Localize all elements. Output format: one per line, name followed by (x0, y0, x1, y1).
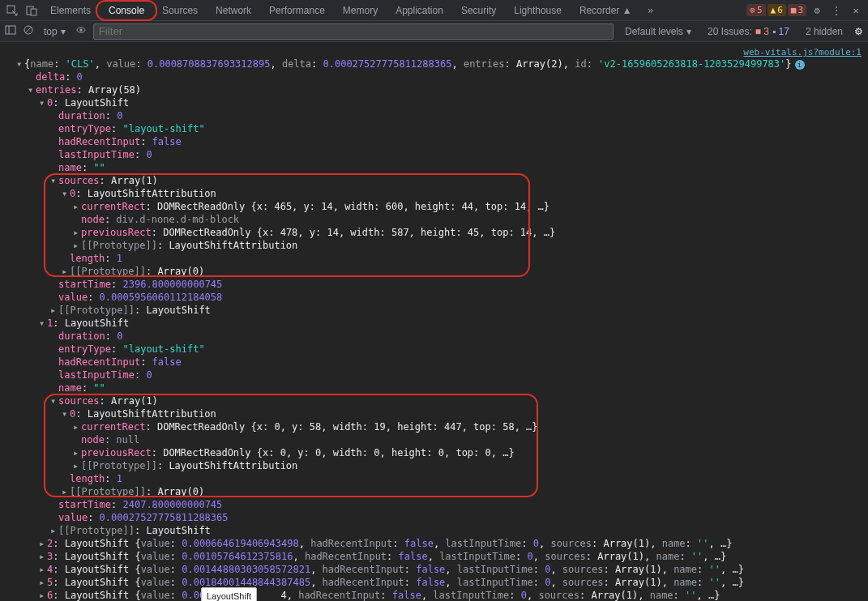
expand-arrow-icon[interactable] (16, 58, 24, 70)
tree-row[interactable]: name: "" (16, 381, 868, 394)
tree-row[interactable]: previousRect: DOMRectReadOnly {x: 478, y… (16, 226, 868, 239)
tab-recorder[interactable]: Recorder ▲ (571, 2, 640, 19)
context-selector[interactable]: top ▾ (41, 26, 69, 37)
tab-console[interactable]: Console (100, 2, 152, 19)
tree-row[interactable]: lastInputTime: 0 (16, 369, 868, 381)
source-link[interactable]: web-vitals.js?module:1 (0, 45, 868, 58)
filter-input[interactable] (93, 23, 614, 40)
expand-arrow-icon[interactable] (62, 187, 70, 200)
tree-row[interactable]: 0: LayoutShift (16, 96, 868, 109)
tree-row[interactable]: node: null (16, 433, 868, 446)
expand-arrow-icon[interactable] (62, 485, 70, 498)
sidebar-toggle-icon[interactable] (5, 24, 16, 38)
tree-row[interactable]: [[Prototype]]: Array(0) (16, 265, 868, 278)
tree-row[interactable]: startTime: 2396.800000000745 (16, 278, 868, 291)
expand-arrow-icon[interactable] (73, 239, 81, 252)
svg-rect-2 (31, 9, 36, 15)
error-count-badge[interactable]: ⊗ 5 (746, 4, 765, 16)
info-icon[interactable]: i (795, 60, 805, 70)
issues-dropdown[interactable]: 20 Issues: ■ 3 ▪ 17 (703, 26, 794, 37)
tab-network[interactable]: Network (207, 2, 259, 19)
expand-arrow-icon[interactable] (73, 420, 81, 433)
tree-row[interactable]: 3: LayoutShift {value: 0.001057646123758… (16, 550, 868, 563)
tree-row[interactable]: value: 0.00027527775811288365 (16, 511, 868, 524)
tree-row[interactable]: sources: Array(1) (16, 394, 868, 407)
expand-arrow-icon[interactable] (62, 407, 70, 420)
tab-elements[interactable]: Elements (42, 2, 99, 19)
svg-rect-3 (6, 26, 15, 34)
tree-row[interactable]: 5: LayoutShift {value: 0.001840014488443… (16, 576, 868, 589)
devtools-tabbar: Elements Console Sources Network Perform… (0, 0, 868, 21)
expand-arrow-icon[interactable] (39, 563, 47, 576)
tree-row[interactable]: entryType: "layout-shift" (16, 122, 868, 135)
expand-arrow-icon[interactable] (50, 524, 58, 537)
device-toggle-icon[interactable] (23, 2, 41, 19)
more-tabs-icon[interactable]: » (642, 2, 660, 19)
tree-row[interactable]: sources: Array(1) (16, 174, 868, 187)
live-expression-icon[interactable] (75, 24, 87, 38)
expand-arrow-icon[interactable] (39, 550, 47, 563)
tree-row[interactable]: duration: 0 (16, 109, 868, 122)
inspect-icon[interactable] (3, 2, 21, 19)
tree-row[interactable]: duration: 0 (16, 330, 868, 343)
tree-row[interactable]: entries: Array(58) (16, 83, 868, 96)
tree-row[interactable]: 0: LayoutShiftAttribution (16, 407, 868, 420)
tab-performance[interactable]: Performance (261, 2, 333, 19)
tab-application[interactable]: Application (387, 2, 451, 19)
tree-row[interactable]: [[Prototype]]: LayoutShiftAttribution (16, 459, 868, 472)
tree-row[interactable]: [[Prototype]]: Array(0) (16, 485, 868, 498)
expand-arrow-icon[interactable] (73, 459, 81, 472)
tree-row[interactable]: [[Prototype]]: LayoutShift (16, 304, 868, 317)
console-settings-icon[interactable]: ⚙ (854, 26, 863, 37)
tree-row[interactable]: node: div.d-none.d-md-block (16, 213, 868, 226)
tree-row[interactable]: currentRect: DOMRectReadOnly {x: 465, y:… (16, 200, 868, 213)
tab-sources[interactable]: Sources (154, 2, 206, 19)
blocked-count-badge[interactable]: ■ 3 (788, 4, 806, 16)
tree-row[interactable]: 4: LayoutShift {value: 0.001448803030585… (16, 563, 868, 576)
tree-row[interactable]: startTime: 2407.800000000745 (16, 498, 868, 511)
tree-row[interactable]: entryType: "layout-shift" (16, 343, 868, 356)
tree-row[interactable]: 6: LayoutShift {value: 0.0022317 LayoutS… (16, 589, 868, 601)
tree-row[interactable]: name: "" (16, 161, 868, 174)
expand-arrow-icon[interactable] (39, 96, 47, 109)
settings-icon[interactable]: ⚙ (808, 2, 826, 19)
expand-arrow-icon[interactable] (73, 226, 81, 239)
tree-row[interactable]: delta: 0 (16, 70, 868, 83)
expand-arrow-icon[interactable] (39, 576, 47, 589)
console-toolbar: top ▾ Default levels ▾ 20 Issues: ■ 3 ▪ … (0, 21, 868, 42)
tab-lighthouse[interactable]: Lighthouse (506, 2, 570, 19)
expand-arrow-icon[interactable] (50, 394, 58, 407)
tree-row[interactable]: currentRect: DOMRectReadOnly {x: 0, y: 5… (16, 420, 868, 433)
tree-row[interactable]: previousRect: DOMRectReadOnly {x: 0, y: … (16, 446, 868, 459)
tree-row[interactable]: [[Prototype]]: LayoutShift (16, 524, 868, 537)
tree-row[interactable]: 2: LayoutShift {value: 0.000664619406943… (16, 537, 868, 550)
tree-row[interactable]: 0: LayoutShiftAttribution (16, 187, 868, 200)
tree-row[interactable]: hadRecentInput: false (16, 356, 868, 369)
expand-arrow-icon[interactable] (62, 265, 70, 278)
tree-row[interactable]: [[Prototype]]: LayoutShiftAttribution (16, 239, 868, 252)
tree-row[interactable]: 1: LayoutShift (16, 317, 868, 330)
expand-arrow-icon[interactable] (39, 537, 47, 550)
expand-arrow-icon[interactable] (39, 589, 47, 601)
tree-row[interactable]: length: 1 (16, 472, 868, 485)
tree-row[interactable]: hadRecentInput: false (16, 135, 868, 148)
tab-memory[interactable]: Memory (335, 2, 386, 19)
warning-count-badge[interactable]: ▲ 6 (768, 4, 786, 16)
expand-arrow-icon[interactable] (50, 304, 58, 317)
expand-arrow-icon[interactable] (73, 200, 81, 213)
svg-point-8 (79, 29, 82, 32)
expand-arrow-icon[interactable] (73, 446, 81, 459)
object-root[interactable]: {name: 'CLS', value: 0.00087088376933128… (16, 58, 868, 70)
tree-row[interactable]: value: 0.0005956060112184058 (16, 291, 868, 304)
expand-arrow-icon[interactable] (28, 83, 36, 96)
kebab-menu-icon[interactable]: ⋮ (827, 2, 845, 19)
clear-console-icon[interactable] (23, 24, 34, 38)
expand-arrow-icon[interactable] (39, 317, 47, 330)
tree-row[interactable]: lastInputTime: 0 (16, 148, 868, 161)
close-icon[interactable]: ✕ (847, 2, 865, 19)
expand-arrow-icon[interactable] (50, 174, 58, 187)
tooltip: LayoutShift (201, 587, 257, 601)
tree-row[interactable]: length: 1 (16, 252, 868, 265)
tab-security[interactable]: Security (453, 2, 504, 19)
log-levels-dropdown[interactable]: Default levels ▾ (620, 26, 696, 37)
